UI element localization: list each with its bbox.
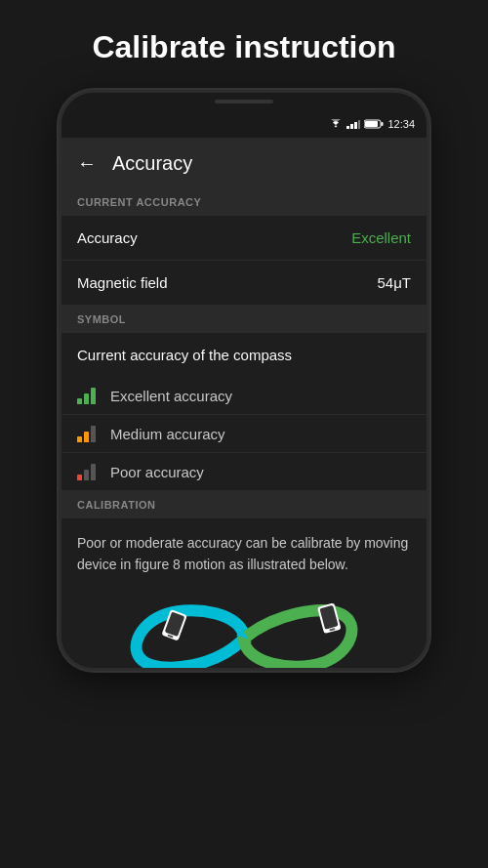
bar3 xyxy=(91,426,96,442)
medium-label: Medium accuracy xyxy=(110,426,225,442)
magnetic-value: 54μT xyxy=(378,274,412,291)
svg-rect-0 xyxy=(346,126,349,129)
battery-icon xyxy=(364,119,384,129)
bar2 xyxy=(84,432,89,442)
accuracy-label: Accuracy xyxy=(77,229,138,246)
bar1 xyxy=(77,436,82,442)
section-header-symbol: SYMBOL xyxy=(61,306,427,333)
signal-icon xyxy=(346,119,360,129)
phone-frame: 12:34 ← Accuracy CURRENT ACCURACY Accura… xyxy=(59,90,429,671)
bar3 xyxy=(91,464,96,480)
accuracy-item-poor: Poor accuracy xyxy=(61,453,427,491)
svg-rect-2 xyxy=(354,122,357,129)
poor-bars-icon xyxy=(77,463,99,480)
excellent-label: Excellent accuracy xyxy=(110,388,232,404)
bar1 xyxy=(77,475,82,480)
section-header-calibration: CALIBRATION xyxy=(61,491,427,518)
svg-rect-6 xyxy=(365,121,378,127)
figure8-svg xyxy=(117,599,371,668)
bar2 xyxy=(84,393,89,404)
excellent-bars-icon xyxy=(77,387,99,404)
medium-bars-icon xyxy=(77,425,99,442)
phone-speaker xyxy=(215,100,273,103)
app-header: ← Accuracy xyxy=(61,138,427,188)
status-time: 12:34 xyxy=(387,118,415,130)
status-icons: 12:34 xyxy=(329,118,415,130)
list-item-accuracy: Accuracy Excellent xyxy=(61,216,427,261)
bar1 xyxy=(77,398,82,404)
header-title: Accuracy xyxy=(112,152,192,175)
phone-top-bar xyxy=(61,93,427,110)
accuracy-value: Excellent xyxy=(351,229,411,246)
svg-rect-1 xyxy=(350,124,353,129)
bar3 xyxy=(91,388,96,404)
status-bar: 12:34 xyxy=(61,110,427,138)
list-item-magnetic: Magnetic field 54μT xyxy=(61,261,427,306)
section-header-current-accuracy: CURRENT ACCURACY xyxy=(61,188,427,216)
back-button[interactable]: ← xyxy=(77,152,97,175)
svg-rect-3 xyxy=(358,120,360,129)
page-title: Calibrate instruction xyxy=(0,29,488,65)
magnetic-label: Magnetic field xyxy=(77,274,168,291)
symbol-intro-text: Current accuracy of the compass xyxy=(61,333,427,377)
svg-rect-5 xyxy=(382,122,384,126)
poor-label: Poor accuracy xyxy=(110,464,204,480)
wifi-icon xyxy=(329,119,343,129)
accuracy-item-excellent: Excellent accuracy xyxy=(61,377,427,415)
figure8-illustration xyxy=(61,590,427,668)
bar2 xyxy=(84,470,89,480)
calibration-text: Poor or moderate accuracy can be calibra… xyxy=(61,518,427,590)
accuracy-item-medium: Medium accuracy xyxy=(61,415,427,453)
